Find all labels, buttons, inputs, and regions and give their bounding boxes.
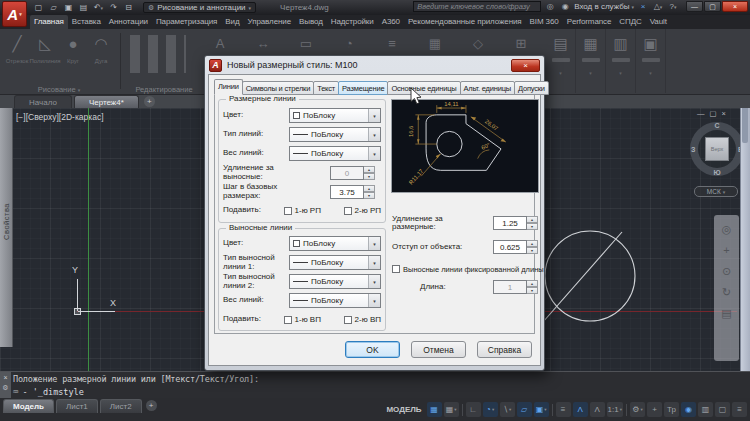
- ribbon-tab[interactable]: Vault: [646, 15, 671, 29]
- model-space-button[interactable]: МОДЕЛЬ: [386, 405, 421, 414]
- dynamic-ucs-icon[interactable]: ▣: [534, 402, 549, 417]
- spinner-input[interactable]: 1.25▴▾: [493, 216, 538, 230]
- ribbon-tab[interactable]: Аннотации: [105, 15, 152, 29]
- dialog-close-button[interactable]: ×: [511, 59, 540, 72]
- layout-tab[interactable]: Лист1: [56, 399, 98, 413]
- table-tool-icon[interactable]: ▭: [298, 33, 314, 53]
- dropdown-select[interactable]: ПоБлоку▾: [289, 274, 381, 289]
- line-tool-icon[interactable]: ╱ Отрезок: [4, 31, 30, 79]
- ribbon-tab[interactable]: Рекомендованные приложения: [404, 15, 526, 29]
- ribbon-tab[interactable]: BIM 360: [526, 15, 563, 29]
- dropdown-select[interactable]: ПоБлоку▾: [289, 146, 381, 161]
- leader-tool-icon[interactable]: ◔: [341, 33, 357, 53]
- dialog-tab[interactable]: Размещение: [338, 81, 388, 95]
- save-icon[interactable]: ▣: [62, 2, 75, 13]
- signin-button[interactable]: Вход в службы▾: [574, 2, 634, 11]
- doc-restore-icon[interactable]: ▢: [710, 109, 717, 118]
- vertical-scrollbar[interactable]: [740, 95, 750, 398]
- ribbon-tab[interactable]: A360: [378, 15, 404, 29]
- layout-tab[interactable]: Модель: [3, 399, 54, 413]
- annotation-autoscale-icon[interactable]: Λ: [590, 402, 605, 417]
- wcs-dropdown[interactable]: МСК▾: [694, 186, 738, 197]
- annotation-visibility-icon[interactable]: Λ: [573, 402, 588, 417]
- open-file-icon[interactable]: ▱: [47, 2, 60, 13]
- dropdown-select[interactable]: ПоБлоку▾: [289, 236, 381, 251]
- arc-tool-icon[interactable]: ◠ Дуга: [88, 31, 114, 79]
- isodraft-icon[interactable]: ∖: [500, 402, 515, 417]
- ortho-icon[interactable]: ∟: [466, 402, 481, 417]
- doc-minimize-icon[interactable]: —: [697, 109, 705, 118]
- close-icon[interactable]: ×: [3, 374, 7, 381]
- spinner-arrows[interactable]: ▴▾: [527, 240, 538, 254]
- view-cube[interactable]: С Ю В З Верх: [690, 122, 744, 176]
- command-line[interactable]: × ⚙ Положение размерной линии или [Мтекс…: [0, 371, 750, 398]
- undo-icon[interactable]: ↶: [92, 2, 105, 13]
- suppress-dim1-checkbox[interactable]: 1-ю РП: [284, 206, 321, 215]
- length-spinner[interactable]: 1▴▾: [493, 280, 538, 294]
- ribbon-tab[interactable]: Performance: [563, 15, 616, 29]
- ribbon-tab[interactable]: Надстройки: [327, 15, 378, 29]
- viewcube-face[interactable]: Верх: [705, 137, 729, 161]
- orbit-icon[interactable]: ↻: [722, 286, 731, 298]
- layers-panel-icon[interactable]: ▤▾: [546, 29, 576, 93]
- ok-button[interactable]: OK: [345, 341, 400, 358]
- modify-panel-label[interactable]: Редактирование: [122, 85, 206, 94]
- a360-icon[interactable]: ×: [637, 1, 649, 12]
- maximize-button[interactable]: ▢: [704, 1, 721, 12]
- layers-tool-icon[interactable]: ≡: [384, 33, 400, 53]
- isolate-objects-icon[interactable]: ◉: [681, 402, 696, 417]
- customize-plus-icon[interactable]: +: [647, 402, 662, 417]
- hatch-tool-icon[interactable]: ▦: [427, 33, 443, 53]
- block-tool-icon[interactable]: ◇: [470, 33, 486, 53]
- status-icon[interactable]: [462, 404, 463, 416]
- help-button[interactable]: Справка: [477, 341, 532, 358]
- close-button[interactable]: ×: [722, 1, 748, 12]
- viewcube-north[interactable]: С: [714, 122, 719, 129]
- command-input[interactable]: - '_dimstyle: [22, 386, 83, 398]
- spinner-input[interactable]: 0.625▴▾: [493, 240, 538, 254]
- spinner-input[interactable]: 3.75▴▾: [330, 185, 375, 199]
- file-tab[interactable]: Чертеж4*: [74, 95, 139, 108]
- dropdown-select[interactable]: ПоБлоку▾: [289, 293, 381, 308]
- status-icon[interactable]: [552, 404, 553, 416]
- dialog-tab[interactable]: Линии: [214, 79, 243, 95]
- dialog-tab[interactable]: Допуски: [514, 81, 549, 95]
- fixed-length-checkbox[interactable]: Выносные линии фиксированной длины: [392, 265, 544, 274]
- search-icon[interactable]: ◎: [544, 1, 556, 12]
- search-input[interactable]: [413, 1, 541, 12]
- spinner-arrows[interactable]: ▴▾: [364, 185, 375, 199]
- modify-tools-grid[interactable]: [130, 35, 186, 73]
- suppress-dim2-checkbox[interactable]: 2-ю РП: [344, 206, 381, 215]
- file-tab[interactable]: Начало: [14, 95, 72, 108]
- dropdown-select[interactable]: ПоБлоку▾: [289, 108, 381, 123]
- properties-panel-icon[interactable]: ▣▾: [636, 29, 666, 93]
- layout-tab[interactable]: Лист2: [100, 399, 142, 413]
- customization-menu-icon[interactable]: ≡: [732, 402, 747, 417]
- suppress-ext2-checkbox[interactable]: 2-ю ВП: [344, 315, 381, 324]
- polyline-tool-icon[interactable]: ◺ Полилиния: [32, 31, 58, 79]
- annotation-panel-icon[interactable]: ▦▾: [576, 29, 606, 93]
- doc-close-icon[interactable]: ×: [722, 109, 726, 118]
- customize-icon[interactable]: ⚙: [2, 384, 8, 391]
- steering-wheel-icon[interactable]: ◎: [722, 223, 732, 235]
- status-icon[interactable]: [626, 404, 627, 416]
- insert-tool-icon[interactable]: ⊞: [513, 33, 529, 53]
- lineweight-icon[interactable]: ≡: [556, 402, 571, 417]
- spinner-arrows[interactable]: ▴▾: [364, 166, 375, 180]
- circle-tool-icon[interactable]: ● Круг: [60, 31, 86, 79]
- dialog-tab[interactable]: Текст: [313, 81, 339, 95]
- viewcube-west[interactable]: З: [691, 146, 695, 153]
- spinner-arrows[interactable]: ▴▾: [527, 216, 538, 230]
- help-icon[interactable]: ?: [667, 1, 679, 12]
- clean-screen-icon[interactable]: ▢: [715, 402, 730, 417]
- workspace-selector[interactable]: ⚙ Рисование и аннотации ▾: [143, 2, 256, 13]
- ribbon-tab[interactable]: Вывод: [295, 15, 327, 29]
- annotation-scale-icon[interactable]: 1:1: [607, 402, 623, 417]
- block-panel-icon[interactable]: ▥▾: [606, 29, 636, 93]
- showmotion-icon[interactable]: ▤: [721, 307, 731, 319]
- pan-icon[interactable]: +: [723, 244, 729, 256]
- lock-icon[interactable]: ⊟: [122, 2, 135, 13]
- snap-icon[interactable]: ▦: [427, 402, 442, 417]
- redo-icon[interactable]: ↷: [107, 2, 120, 13]
- new-drawing-button[interactable]: +: [144, 96, 155, 107]
